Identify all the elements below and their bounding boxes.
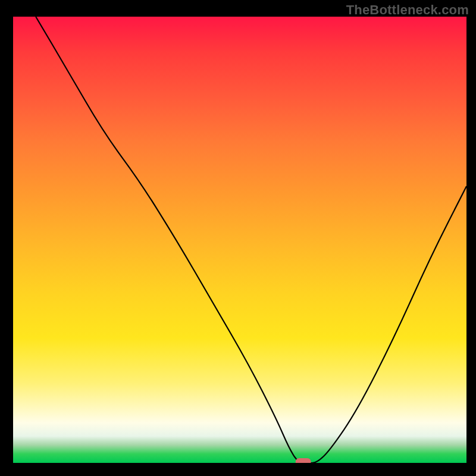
curve-svg: [13, 17, 466, 463]
chart-frame: TheBottleneck.com: [0, 0, 476, 476]
watermark-text: TheBottleneck.com: [346, 2, 469, 18]
optimal-point-marker: [296, 458, 311, 463]
bottleneck-curve: [36, 17, 466, 463]
plot-area: [13, 17, 466, 463]
